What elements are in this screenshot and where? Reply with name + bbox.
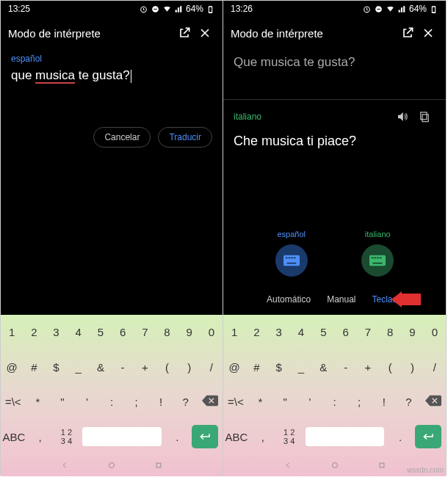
key[interactable]: @ xyxy=(1,361,23,374)
text-input[interactable]: que musica te gusta? xyxy=(11,68,212,83)
key[interactable]: " xyxy=(50,396,75,408)
wifi-icon xyxy=(386,4,395,14)
mode-manual[interactable]: Manual xyxy=(327,294,355,305)
key-enter[interactable] xyxy=(415,425,441,448)
key[interactable]: ! xyxy=(148,396,173,408)
key[interactable]: =\< xyxy=(1,396,26,408)
key-enter[interactable] xyxy=(192,425,218,448)
key-dot[interactable]: . xyxy=(165,431,191,443)
key[interactable]: + xyxy=(134,361,156,374)
keyboard-lang-b[interactable] xyxy=(361,244,394,277)
key[interactable]: 0 xyxy=(200,326,223,338)
close-button[interactable] xyxy=(195,26,215,40)
key[interactable]: * xyxy=(248,396,273,408)
key[interactable]: ( xyxy=(379,361,401,374)
home-icon[interactable] xyxy=(330,460,340,470)
key-backspace[interactable] xyxy=(421,395,446,409)
key-space[interactable] xyxy=(82,427,161,446)
key[interactable]: 8 xyxy=(156,326,178,338)
key[interactable]: ) xyxy=(401,361,423,374)
home-icon[interactable] xyxy=(106,460,117,470)
key[interactable]: + xyxy=(357,361,379,374)
key[interactable]: 4 xyxy=(68,326,90,338)
key[interactable]: @ xyxy=(223,361,245,374)
key[interactable]: 6 xyxy=(334,326,356,338)
key[interactable]: - xyxy=(112,361,134,374)
key[interactable]: / xyxy=(424,361,446,374)
key[interactable]: / xyxy=(200,361,223,374)
key[interactable]: & xyxy=(312,361,334,374)
key[interactable]: ; xyxy=(347,396,372,408)
key-space[interactable] xyxy=(306,427,385,446)
key[interactable]: 7 xyxy=(134,326,156,338)
svg-rect-9 xyxy=(377,8,380,9)
recent-icon[interactable] xyxy=(377,460,387,470)
mode-auto[interactable]: Automático xyxy=(267,294,311,305)
keyboard-lang-a[interactable] xyxy=(275,244,308,277)
close-button[interactable] xyxy=(418,26,438,40)
key[interactable]: ) xyxy=(178,361,200,374)
export-button[interactable] xyxy=(397,26,418,40)
key[interactable]: : xyxy=(99,396,124,408)
key[interactable]: : xyxy=(322,396,347,408)
key[interactable]: 2 xyxy=(245,326,267,338)
svg-rect-17 xyxy=(291,257,293,258)
key[interactable]: 1 xyxy=(223,326,245,338)
key[interactable]: # xyxy=(245,361,267,374)
key[interactable]: ( xyxy=(156,361,178,374)
key-backspace[interactable] xyxy=(198,395,223,409)
svg-rect-15 xyxy=(286,257,288,258)
key[interactable]: ? xyxy=(397,396,422,408)
source-text[interactable]: Que musica te gusta? xyxy=(234,55,436,70)
translate-button[interactable]: Traducir xyxy=(158,127,212,148)
key[interactable]: 9 xyxy=(401,326,423,338)
speak-button[interactable] xyxy=(391,110,413,123)
dnd-icon xyxy=(374,4,383,14)
key-abc[interactable]: ABC xyxy=(223,431,250,443)
key[interactable]: =\< xyxy=(223,396,248,408)
svg-rect-12 xyxy=(422,114,428,122)
key[interactable]: 3 xyxy=(268,326,290,338)
svg-rect-11 xyxy=(433,7,435,12)
key-abc[interactable]: ABC xyxy=(1,431,27,443)
key[interactable]: _ xyxy=(68,361,90,374)
recent-icon[interactable] xyxy=(153,460,164,470)
key[interactable]: $ xyxy=(268,361,290,374)
key[interactable]: 5 xyxy=(90,326,112,338)
svg-rect-23 xyxy=(377,257,379,258)
kb-row-2: @#$_&-+()/ xyxy=(223,350,446,385)
key[interactable]: * xyxy=(26,396,51,408)
key[interactable]: ? xyxy=(173,396,198,408)
key[interactable]: 4 xyxy=(290,326,312,338)
key[interactable]: 3 xyxy=(45,326,67,338)
key[interactable]: 7 xyxy=(357,326,379,338)
key-dot[interactable]: . xyxy=(387,431,413,443)
key[interactable]: & xyxy=(90,361,112,374)
export-button[interactable] xyxy=(174,26,195,40)
key-comma[interactable]: , xyxy=(27,431,54,443)
key[interactable]: ! xyxy=(372,396,397,408)
key[interactable]: $ xyxy=(45,361,67,374)
key[interactable]: 8 xyxy=(379,326,401,338)
back-icon[interactable] xyxy=(283,460,293,470)
key[interactable]: 0 xyxy=(424,326,446,338)
key-comma[interactable]: , xyxy=(250,431,276,443)
kb-row-4: ABC , 1 2 3 4 . xyxy=(1,420,223,455)
cancel-button[interactable]: Cancelar xyxy=(93,127,151,148)
key[interactable]: 2 xyxy=(23,326,45,338)
key[interactable]: - xyxy=(334,361,356,374)
key[interactable]: " xyxy=(272,396,297,408)
key-numpad[interactable]: 1 2 3 4 xyxy=(54,428,80,445)
key[interactable]: # xyxy=(23,361,45,374)
key[interactable]: ' xyxy=(297,396,322,408)
key[interactable]: 6 xyxy=(112,326,134,338)
key-numpad[interactable]: 1 2 3 4 xyxy=(276,428,303,445)
key[interactable]: ' xyxy=(75,396,100,408)
copy-button[interactable] xyxy=(413,110,436,123)
back-icon[interactable] xyxy=(59,460,70,470)
key[interactable]: _ xyxy=(290,361,312,374)
key[interactable]: 5 xyxy=(312,326,334,338)
key[interactable]: 1 xyxy=(1,326,23,338)
key[interactable]: 9 xyxy=(178,326,200,338)
key[interactable]: ; xyxy=(124,396,149,408)
